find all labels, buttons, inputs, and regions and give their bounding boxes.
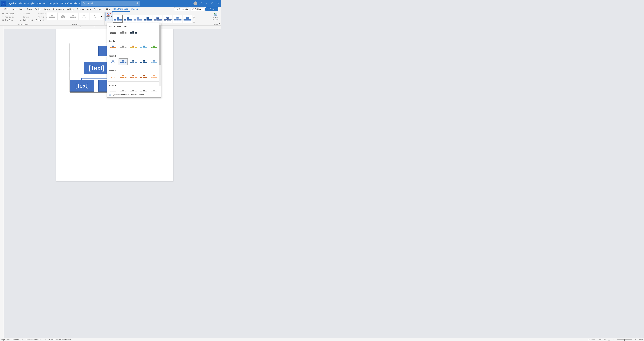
- text-pane-button[interactable]: ▤Text Pane: [1, 19, 18, 22]
- color-option[interactable]: [149, 59, 158, 65]
- tab-developer[interactable]: Developer: [92, 7, 105, 12]
- color-option[interactable]: [118, 29, 128, 35]
- color-option[interactable]: [108, 73, 118, 80]
- sensitivity-label[interactable]: No Label: [67, 2, 78, 5]
- tab-layout[interactable]: Layout: [42, 7, 52, 12]
- share-button[interactable]: Share: [205, 7, 218, 11]
- scroll-up-button[interactable]: ▲: [192, 15, 195, 18]
- share-icon: [207, 8, 209, 10]
- tab-help[interactable]: Help: [105, 7, 112, 12]
- color-option[interactable]: [139, 44, 148, 50]
- tab-format[interactable]: Format: [130, 7, 139, 12]
- popup-section-colorful: Colorful: [108, 39, 160, 53]
- color-option[interactable]: [118, 88, 128, 92]
- style-option-8[interactable]: [183, 15, 192, 23]
- color-option[interactable]: [149, 73, 158, 80]
- scroll-down-icon[interactable]: ▼: [159, 84, 161, 86]
- color-option[interactable]: [129, 29, 138, 35]
- editing-mode-button[interactable]: Editing: [190, 7, 204, 11]
- maximize-button[interactable]: [210, 2, 214, 5]
- demote-button: →Demote: [18, 15, 34, 19]
- resize-handle-bl[interactable]: [69, 92, 70, 93]
- smartart-box-assistant[interactable]: [Text]: [84, 62, 109, 74]
- tab-insert[interactable]: Insert: [18, 7, 26, 12]
- style-option-3[interactable]: [133, 15, 142, 23]
- color-option[interactable]: [129, 73, 138, 80]
- ruler-vertical[interactable]: [0, 29, 4, 117]
- design-ideas-icon[interactable]: [199, 2, 202, 5]
- style-option-5[interactable]: [153, 15, 162, 23]
- style-option-1[interactable]: [113, 15, 123, 23]
- arrow-left-icon: ←: [20, 13, 22, 15]
- color-option-selected[interactable]: [118, 59, 128, 65]
- scroll-more-button[interactable]: ⌄: [192, 20, 195, 23]
- scroll-up-icon[interactable]: ▲: [159, 23, 161, 25]
- comments-button[interactable]: Comments: [174, 7, 190, 11]
- shield-icon: [67, 2, 69, 5]
- color-option[interactable]: [108, 44, 118, 50]
- tab-draw[interactable]: Draw: [26, 7, 33, 12]
- tab-file[interactable]: File: [3, 7, 9, 12]
- add-shape-button[interactable]: ▭Add Shape ▾: [1, 12, 18, 15]
- tab-review[interactable]: Review: [76, 7, 85, 12]
- arrow-down-icon: ↓: [35, 16, 37, 18]
- scroll-up-button[interactable]: ▲: [100, 13, 103, 15]
- minimize-button[interactable]: [204, 2, 208, 5]
- color-option[interactable]: [129, 88, 138, 92]
- tab-view[interactable]: View: [85, 7, 92, 12]
- color-option[interactable]: [129, 44, 138, 50]
- scroll-more-button[interactable]: ⌄: [100, 18, 103, 20]
- user-avatar[interactable]: [194, 2, 197, 5]
- color-option[interactable]: [139, 88, 148, 92]
- group-create-graphic: ▭Add Shape ▾ ≡Add Bullet ▤Text Pane ←Pro…: [0, 12, 46, 25]
- style-option-4[interactable]: [143, 15, 152, 23]
- search-input[interactable]: [81, 1, 140, 6]
- color-option[interactable]: [108, 88, 118, 92]
- microphone-icon[interactable]: [136, 2, 138, 5]
- color-option[interactable]: [108, 59, 118, 65]
- tab-references[interactable]: References: [52, 7, 65, 12]
- color-option[interactable]: [139, 59, 148, 65]
- layout-option-5[interactable]: [90, 13, 100, 20]
- color-option[interactable]: [118, 44, 128, 50]
- right-to-left-button[interactable]: ⇄Right to Left: [18, 19, 34, 22]
- layout-option-3[interactable]: [68, 13, 78, 20]
- arrow-right-icon: →: [20, 16, 22, 18]
- color-option[interactable]: [149, 88, 158, 92]
- style-option-2[interactable]: [123, 15, 132, 23]
- group-layouts: ▲ ▼ ⌄ Layouts: [46, 12, 104, 25]
- popup-scrollbar[interactable]: ▲ ▼: [159, 23, 161, 86]
- document-title[interactable]: Organizational Chart Sample in Word.docx: [8, 2, 46, 5]
- layout-option-2[interactable]: [58, 13, 68, 20]
- tab-home[interactable]: Home: [9, 7, 18, 12]
- color-option[interactable]: [149, 44, 158, 50]
- style-option-7[interactable]: [173, 15, 182, 23]
- text-pane-toggle[interactable]: ‹: [68, 67, 70, 71]
- close-button[interactable]: [216, 2, 220, 5]
- color-option[interactable]: [108, 29, 118, 35]
- resize-handle-tl[interactable]: [69, 43, 70, 44]
- layouts-scroll: ▲ ▼ ⌄: [100, 13, 103, 20]
- collapse-ribbon-button[interactable]: [219, 22, 220, 25]
- scrollbar-thumb[interactable]: [159, 25, 161, 65]
- svg-rect-4: [212, 3, 213, 4]
- popup-section-accent3: Accent 3: [108, 83, 160, 92]
- change-colors-button[interactable]: Change Colors ▾: [106, 12, 113, 21]
- layout-option-4[interactable]: [79, 13, 89, 20]
- reset-graphic-button[interactable]: Reset Graphic: [211, 12, 220, 21]
- svg-point-9: [110, 94, 110, 95]
- recolor-pictures-button[interactable]: RRecolor Pictures in SmartArt Graphiceco…: [107, 92, 161, 97]
- layout-option-1[interactable]: [47, 13, 57, 20]
- tab-smartart-design[interactable]: SmartArt Design: [112, 7, 130, 12]
- color-option[interactable]: [129, 59, 138, 65]
- style-option-6[interactable]: [163, 15, 172, 23]
- tab-design[interactable]: Design: [33, 7, 43, 12]
- color-option[interactable]: [139, 73, 148, 80]
- color-option[interactable]: [118, 73, 128, 80]
- tab-mailings[interactable]: Mailings: [65, 7, 76, 12]
- search-container: [81, 1, 140, 6]
- scroll-down-button[interactable]: ▼: [100, 15, 103, 18]
- chevron-down-icon[interactable]: ▾: [16, 13, 18, 14]
- scroll-down-button[interactable]: ▼: [192, 18, 195, 20]
- smartart-box-child-1[interactable]: [Text]: [70, 80, 94, 92]
